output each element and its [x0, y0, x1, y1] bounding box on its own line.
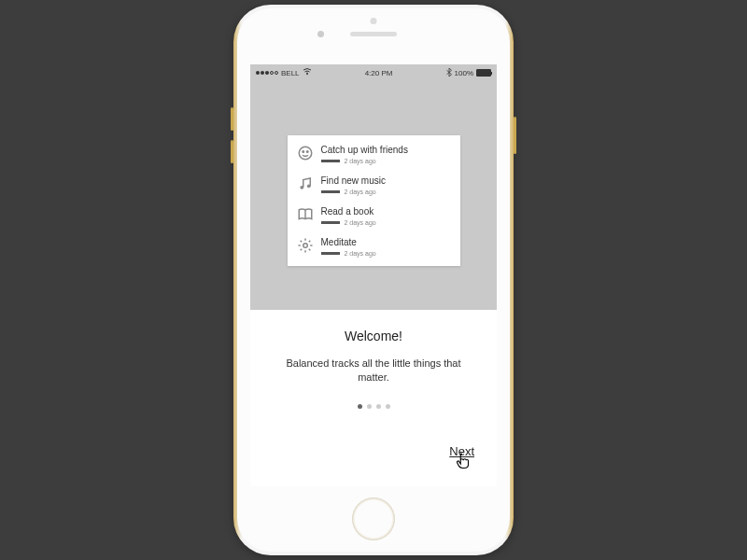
- task-time: 2 days ago: [345, 219, 376, 226]
- ear-speaker: [350, 32, 397, 36]
- svg-point-6: [303, 243, 307, 247]
- signal-icon: [256, 71, 278, 75]
- task-card: Catch up with friends 2 days ago: [288, 135, 460, 266]
- screen: BELL 4:20 PM 100%: [250, 64, 497, 486]
- progress-bar: [321, 160, 340, 162]
- book-icon: [297, 206, 314, 223]
- progress-bar: [321, 221, 340, 224]
- welcome-subtitle: Balanced tracks all the little things th…: [278, 357, 469, 385]
- task-title: Catch up with friends: [321, 145, 451, 155]
- status-bar: BELL 4:20 PM 100%: [250, 64, 497, 81]
- task-title: Read a book: [321, 206, 451, 217]
- volume-up-button[interactable]: [231, 107, 233, 131]
- home-button[interactable]: [352, 497, 395, 540]
- svg-point-0: [306, 74, 308, 76]
- phone-frame: BELL 4:20 PM 100%: [233, 5, 514, 555]
- carrier-label: BELL: [281, 69, 300, 77]
- wifi-icon: [303, 68, 312, 77]
- smile-icon: [297, 145, 314, 161]
- welcome-title: Welcome!: [278, 329, 469, 343]
- svg-point-1: [299, 147, 312, 160]
- page-indicator: [278, 404, 469, 409]
- progress-bar: [321, 190, 340, 193]
- battery-pct: 100%: [455, 69, 473, 77]
- progress-bar: [321, 252, 340, 255]
- next-button[interactable]: Next: [449, 444, 474, 458]
- page-dot: [358, 404, 362, 409]
- page-dot: [367, 404, 372, 409]
- proximity-sensor: [371, 18, 377, 24]
- task-title: Find new music: [321, 175, 451, 186]
- task-row: Meditate 2 days ago: [297, 237, 451, 257]
- clock: 4:20 PM: [365, 69, 393, 77]
- svg-point-5: [306, 184, 310, 188]
- task-row: Catch up with friends 2 days ago: [297, 145, 451, 164]
- battery-icon: [476, 69, 491, 77]
- svg-point-4: [300, 185, 303, 189]
- onboarding-preview: Catch up with friends 2 days ago: [250, 81, 497, 310]
- svg-point-3: [306, 150, 308, 152]
- task-row: Find new music 2 days ago: [297, 175, 451, 195]
- bluetooth-icon: [446, 68, 452, 78]
- power-button[interactable]: [514, 117, 516, 154]
- task-row: Read a book 2 days ago: [297, 206, 451, 226]
- front-camera: [317, 31, 324, 37]
- page-dot: [376, 404, 381, 409]
- volume-down-button[interactable]: [231, 140, 233, 163]
- task-title: Meditate: [321, 237, 451, 247]
- music-icon: [297, 175, 314, 192]
- task-time: 2 days ago: [345, 158, 376, 164]
- page-dot: [386, 404, 390, 409]
- task-time: 2 days ago: [345, 189, 376, 195]
- task-time: 2 days ago: [345, 250, 376, 257]
- onboarding-panel: Welcome! Balanced tracks all the little …: [250, 310, 497, 486]
- svg-point-2: [303, 150, 304, 152]
- gear-icon: [297, 237, 314, 254]
